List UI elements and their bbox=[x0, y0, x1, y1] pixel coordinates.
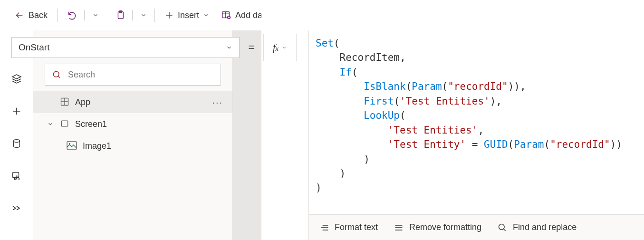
expand-toggle[interactable] bbox=[47, 121, 54, 127]
insert-rail-button[interactable] bbox=[7, 102, 26, 121]
tree-item-label: Screen1 bbox=[75, 119, 107, 129]
screen-icon bbox=[60, 119, 69, 130]
find-replace-label: Find and replace bbox=[513, 222, 577, 232]
svg-point-5 bbox=[13, 140, 19, 143]
svg-point-13 bbox=[499, 224, 505, 230]
fx-label: fx bbox=[273, 42, 279, 53]
formula-footer: Format text Remove formatting Find and r… bbox=[309, 214, 644, 240]
plus-icon bbox=[11, 106, 22, 116]
tree-item-app[interactable]: App ··· bbox=[33, 91, 232, 113]
database-icon bbox=[11, 138, 22, 149]
undo-dropdown[interactable] bbox=[89, 12, 102, 19]
tools-icon bbox=[11, 202, 22, 214]
media-rail-button[interactable] bbox=[7, 166, 26, 185]
search-icon bbox=[498, 223, 507, 232]
back-label: Back bbox=[29, 10, 48, 20]
advanced-rail-button[interactable] bbox=[7, 199, 26, 218]
search-icon bbox=[52, 70, 61, 79]
indent-icon bbox=[319, 223, 329, 232]
tree-search[interactable] bbox=[45, 64, 221, 86]
outdent-icon bbox=[394, 223, 404, 232]
undo-icon bbox=[67, 10, 77, 20]
format-text-label: Format text bbox=[335, 222, 378, 232]
fx-button[interactable]: fx bbox=[263, 34, 297, 61]
equals-label: = bbox=[240, 41, 263, 54]
tree-view-button[interactable] bbox=[7, 69, 26, 88]
remove-formatting-label: Remove formatting bbox=[409, 222, 481, 232]
svg-point-8 bbox=[53, 71, 59, 77]
tree-item-menu[interactable]: ··· bbox=[212, 97, 223, 108]
format-text-button[interactable]: Format text bbox=[319, 222, 378, 232]
image-icon bbox=[67, 141, 77, 151]
find-replace-button[interactable]: Find and replace bbox=[498, 222, 577, 232]
insert-button[interactable]: Insert bbox=[160, 7, 214, 24]
separator bbox=[84, 10, 85, 20]
data-rail-button[interactable] bbox=[7, 134, 26, 153]
remove-formatting-button[interactable]: Remove formatting bbox=[394, 222, 481, 232]
plus-icon bbox=[164, 10, 174, 20]
chevron-down-icon bbox=[226, 44, 232, 51]
chevron-down-icon bbox=[281, 45, 287, 50]
separator bbox=[57, 9, 58, 22]
left-rail bbox=[0, 30, 33, 240]
data-table-icon bbox=[221, 10, 231, 20]
back-button[interactable]: Back bbox=[10, 7, 52, 24]
svg-point-12 bbox=[69, 143, 70, 144]
tree-item-screen1[interactable]: Screen1 bbox=[33, 113, 232, 135]
separator bbox=[132, 10, 133, 20]
separator bbox=[154, 9, 155, 22]
paste-dropdown[interactable] bbox=[137, 12, 150, 19]
layers-icon bbox=[11, 73, 22, 85]
tree-view-panel: Tree view App ··· bbox=[33, 30, 233, 240]
arrow-left-icon bbox=[14, 10, 25, 20]
tree-item-label: App bbox=[75, 97, 90, 107]
chevron-down-icon bbox=[203, 12, 210, 19]
formula-column: Set( RecordItem, If( IsBlank(Param("reco… bbox=[308, 30, 644, 240]
tree-item-label: Image1 bbox=[83, 141, 111, 151]
property-name: OnStart bbox=[19, 42, 49, 53]
property-dropdown[interactable]: OnStart bbox=[11, 37, 240, 58]
app-grid-icon bbox=[60, 97, 69, 108]
svg-rect-6 bbox=[12, 173, 19, 178]
insert-label: Insert bbox=[178, 10, 199, 20]
svg-rect-10 bbox=[61, 121, 67, 126]
clipboard-icon bbox=[115, 10, 125, 20]
undo-button[interactable] bbox=[62, 7, 79, 24]
tree-search-input[interactable] bbox=[67, 69, 214, 80]
tree-item-image1[interactable]: Image1 bbox=[33, 135, 232, 157]
paste-button[interactable] bbox=[110, 7, 127, 24]
media-icon bbox=[11, 171, 22, 181]
formula-editor[interactable]: Set( RecordItem, If( IsBlank(Param("reco… bbox=[309, 30, 644, 214]
